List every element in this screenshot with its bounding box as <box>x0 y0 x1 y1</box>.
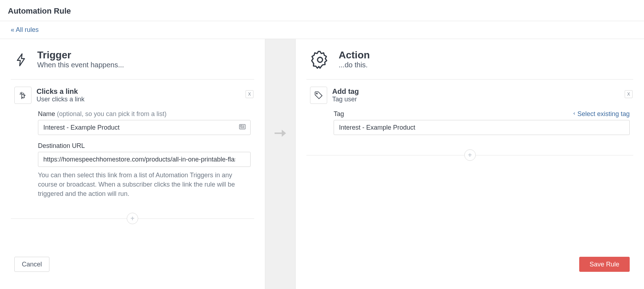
back-link[interactable]: « All rules <box>11 26 39 33</box>
remove-trigger-button[interactable]: X <box>246 90 253 98</box>
trigger-card-title: Clicks a link <box>37 87 84 96</box>
tag-input[interactable] <box>334 120 630 135</box>
action-subtitle: ...do this. <box>339 61 370 69</box>
trigger-subtitle: When this event happens... <box>37 61 124 69</box>
remove-action-button[interactable]: X <box>625 90 633 98</box>
action-title: Action <box>339 50 370 60</box>
add-action-button[interactable]: + <box>464 149 476 161</box>
trigger-header: Trigger When this event happens... <box>11 47 254 80</box>
add-action-separator: + <box>306 149 633 161</box>
chevron-left-icon <box>572 110 576 118</box>
add-trigger-button[interactable]: + <box>127 213 138 224</box>
arrow-right-icon <box>272 125 289 143</box>
name-label: Name <box>38 110 55 117</box>
lightning-icon <box>14 50 29 71</box>
action-card: Add tag Tag user X Tag Selec <box>306 80 633 146</box>
action-card-subtitle: Tag user <box>332 96 359 103</box>
titlebar: Automation Rule <box>0 0 644 21</box>
name-label-row: Name (optional, so you can pick it from … <box>38 110 251 118</box>
trigger-card: Clicks a link User clicks a link X Name … <box>11 80 254 209</box>
destination-url-input[interactable] <box>38 152 251 167</box>
trigger-pane: Trigger When this event happens... Click… <box>0 39 265 289</box>
page-title: Automation Rule <box>8 6 636 16</box>
name-hint: (optional, so you can pick it from a lis… <box>57 110 166 117</box>
pointer-click-icon <box>14 87 32 104</box>
action-pane: Action ...do this. Add tag Tag user <box>296 39 644 289</box>
url-label: Destination URL <box>38 142 85 150</box>
tag-icon <box>310 87 327 104</box>
tag-label: Tag <box>334 110 344 118</box>
svg-rect-1 <box>241 125 242 127</box>
add-trigger-separator: + <box>11 213 254 224</box>
trigger-card-subtitle: User clicks a link <box>37 96 84 103</box>
trigger-title: Trigger <box>37 50 124 60</box>
card-list-icon[interactable] <box>238 123 246 132</box>
action-card-title: Add tag <box>332 87 359 96</box>
breadcrumb-bar: « All rules <box>0 21 644 39</box>
select-existing-tag-link[interactable]: Select existing tag <box>572 110 630 118</box>
trigger-help-text: You can then select this link from a lis… <box>38 170 251 198</box>
gear-icon <box>310 50 330 71</box>
svg-point-5 <box>318 57 323 62</box>
svg-point-6 <box>316 93 318 94</box>
trigger-name-input[interactable] <box>38 120 251 135</box>
action-header: Action ...do this. <box>306 47 633 80</box>
